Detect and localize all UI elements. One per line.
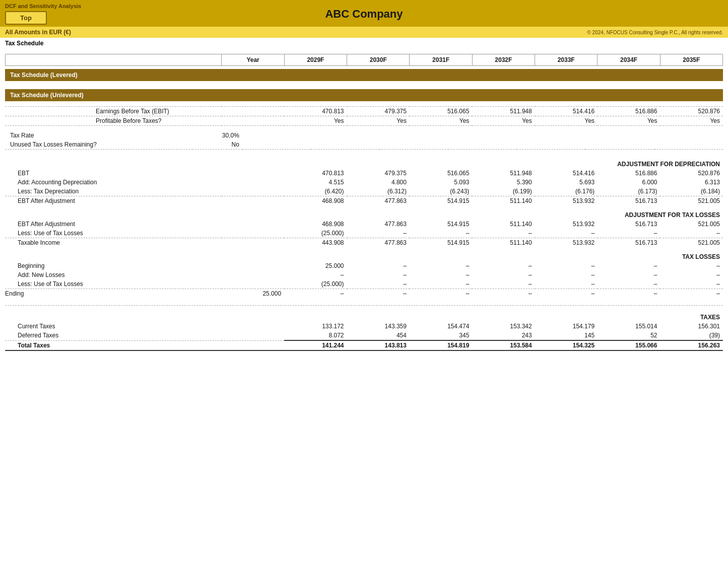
total-tax-2035: 156.263	[660, 340, 723, 350]
less-losses-2030: –	[347, 229, 410, 238]
year-col-2: 2030F	[347, 54, 410, 66]
tax-rate-value: 30,0%	[192, 131, 242, 140]
use-losses-2035: –	[660, 279, 723, 289]
beginning-2032: –	[472, 261, 535, 270]
adj-dep-heading: ADJUSTMENT FOR DEPRECIATION	[5, 160, 723, 169]
ebt-2029: 470.813	[284, 107, 347, 116]
ebt-2032: 511.948	[472, 107, 535, 116]
ebt-2034: 516.886	[598, 107, 660, 116]
ebt-adj-2030: 477.863	[347, 196, 410, 206]
beginning-2035: –	[660, 261, 723, 270]
tax-rate-table: Tax Rate 30,0% Unused Tax Losses Remaini…	[5, 131, 723, 150]
curr-tax-2033: 154.179	[535, 322, 598, 331]
ending-label: Ending	[5, 289, 222, 299]
beginning-label: Beginning	[5, 261, 222, 270]
profitable-2029: Yes	[284, 116, 347, 126]
beginning-2034: –	[598, 261, 660, 270]
curr-tax-2031: 154.474	[410, 322, 472, 331]
total-tax-2031: 154.819	[410, 340, 472, 350]
add-dep-2032: 5.390	[472, 178, 535, 187]
taxable-2031: 514.915	[410, 238, 472, 248]
total-tax-2029: 141.244	[284, 340, 347, 350]
add-dep-2035: 6.313	[660, 178, 723, 187]
year-col-5: 2033F	[535, 54, 598, 66]
def-tax-2032: 243	[472, 331, 535, 340]
total-taxes-label: Total Taxes	[5, 340, 222, 350]
ebt-table: Earnings Before Tax (EBIT) 470.813 479.3…	[5, 106, 723, 126]
current-taxes-label: Current Taxes	[5, 322, 222, 331]
taxable-2034: 516.713	[598, 238, 660, 248]
ebt-adj-2029: 468.908	[284, 196, 347, 206]
ending-2035: –	[660, 289, 723, 299]
beginning-2030: –	[347, 261, 410, 270]
beginning-2029: 25.000	[284, 261, 347, 270]
adj-ebt-adj-2031: 514.915	[410, 220, 472, 229]
ebt-2030: 479.375	[347, 107, 410, 116]
less-dep-2031: (6.243)	[410, 187, 472, 196]
adj-ebt-2029: 470.813	[284, 169, 347, 178]
ending-2031: –	[410, 289, 472, 299]
copyright: © 2024, NFOCUS Consulting Single P.C., A…	[587, 30, 723, 35]
adj-ebt-adj-2032: 511.140	[472, 220, 535, 229]
use-losses-2031: –	[410, 279, 472, 289]
def-tax-2031: 345	[410, 331, 472, 340]
curr-tax-2035: 156.301	[660, 322, 723, 331]
add-dep-2031: 5.093	[410, 178, 472, 187]
subheader-bar: All Amounts in EUR (€) © 2024, NFOCUS Co…	[0, 27, 728, 38]
year-col-6: 2034F	[598, 54, 660, 66]
adj-ebt-adj-2035: 521.005	[660, 220, 723, 229]
curr-tax-2032: 153.342	[472, 322, 535, 331]
taxable-2035: 521.005	[660, 238, 723, 248]
ebt-adj-2034: 516.713	[598, 196, 660, 206]
less-dep-2033: (6.176)	[535, 187, 598, 196]
year-col-0: Year	[222, 54, 284, 66]
profitable-label: Profitable Before Taxes?	[5, 116, 222, 126]
taxable-income-label: Taxable Income	[5, 238, 222, 248]
less-dep-2030: (6.312)	[347, 187, 410, 196]
less-dep-2035: (6.184)	[660, 187, 723, 196]
less-tax-dep-label: Less: Tax Depreciation	[5, 187, 222, 196]
tax-losses-table: TAX LOSSES Beginning 25.000 – – – – – – …	[5, 252, 723, 298]
total-tax-2030: 143.813	[347, 340, 410, 350]
ebt-2033: 514.416	[535, 107, 598, 116]
total-tax-2033: 154.325	[535, 340, 598, 350]
new-losses-2035: –	[660, 270, 723, 279]
taxable-2032: 511.140	[472, 238, 535, 248]
less-losses-2033: –	[535, 229, 598, 238]
def-tax-2034: 52	[598, 331, 660, 340]
adj-ebt-2032: 511.948	[472, 169, 535, 178]
curr-tax-2029: 133.172	[284, 322, 347, 331]
adj-ebt-adj-label: EBT After Adjustment	[5, 220, 222, 229]
amounts-label: All Amounts in EUR (€)	[5, 29, 71, 36]
less-use-losses-label: Less: Use of Tax Losses	[5, 279, 222, 289]
def-tax-2033: 145	[535, 331, 598, 340]
ending-2029: –	[284, 289, 347, 299]
add-dep-2030: 4.800	[347, 178, 410, 187]
less-losses-2032: –	[472, 229, 535, 238]
less-tax-losses-label: Less: Use of Tax Losses	[5, 229, 222, 238]
beginning-2031: –	[410, 261, 472, 270]
deferred-taxes-label: Deferred Taxes	[5, 331, 222, 340]
new-losses-2029: –	[284, 270, 347, 279]
ebt-adj-label: EBT After Adjustment	[5, 196, 222, 206]
use-losses-2033: –	[535, 279, 598, 289]
new-losses-2034: –	[598, 270, 660, 279]
add-new-losses-label: Add: New Losses	[5, 270, 222, 279]
top-button[interactable]: Top	[5, 11, 47, 25]
profitable-2032: Yes	[472, 116, 535, 126]
profitable-2031: Yes	[410, 116, 472, 126]
add-acctg-dep-label: Add: Accounting Depreciation	[5, 178, 222, 187]
curr-tax-2030: 143.359	[347, 322, 410, 331]
less-dep-2034: (6.173)	[598, 187, 660, 196]
profitable-2035: Yes	[660, 116, 723, 126]
new-losses-2033: –	[535, 270, 598, 279]
ending-2033: –	[535, 289, 598, 299]
ending-pre: 25.000	[222, 289, 284, 299]
less-losses-2031: –	[410, 229, 472, 238]
use-losses-2029: (25.000)	[284, 279, 347, 289]
def-tax-2029: 8.072	[284, 331, 347, 340]
less-dep-2032: (6.199)	[472, 187, 535, 196]
taxes-heading: TAXES	[5, 313, 723, 322]
less-losses-2035: –	[660, 229, 723, 238]
ebt-adj-2035: 521.005	[660, 196, 723, 206]
